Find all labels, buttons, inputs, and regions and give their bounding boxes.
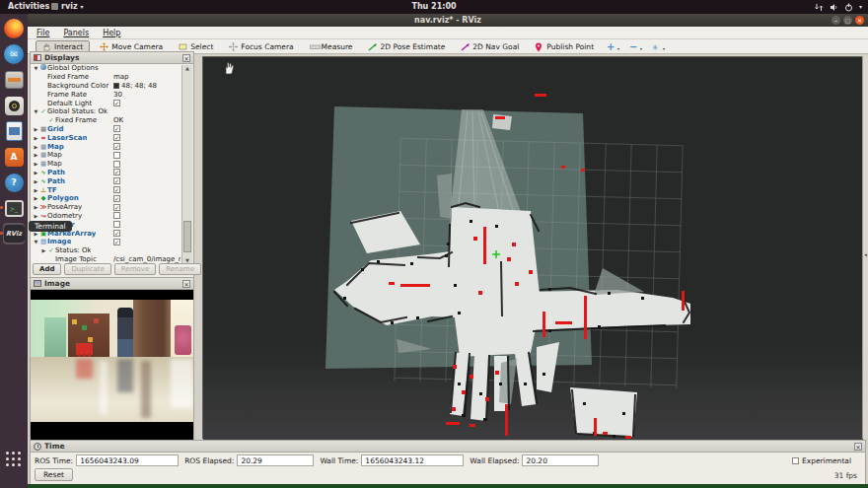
- row-checkbox[interactable]: ✓: [113, 186, 120, 193]
- tree-row-odometry[interactable]: ▶↝Odometry: [31, 212, 182, 221]
- tree-row-frame-rate[interactable]: Frame Rate30: [31, 90, 182, 99]
- expander-icon[interactable]: ▼: [33, 65, 39, 71]
- system-tray[interactable]: ▾: [815, 1, 862, 13]
- reset-button[interactable]: Reset: [35, 468, 73, 481]
- maximize-button[interactable]: ▢: [843, 16, 852, 25]
- tree-row-status-ok[interactable]: ▶✓Status: Ok: [31, 246, 182, 255]
- row-checkbox[interactable]: ✓: [113, 204, 120, 211]
- expander-icon[interactable]: ▶: [33, 161, 39, 167]
- field-input[interactable]: 1656043243.12: [361, 454, 464, 466]
- experimental-checkbox[interactable]: [792, 457, 799, 464]
- tree-row-map[interactable]: ▶▦Map: [31, 151, 182, 160]
- expander-icon[interactable]: ▶: [33, 187, 39, 193]
- tree-row-path[interactable]: ▶∿Path✓: [31, 169, 182, 177]
- dock-libreoffice-writer-icon[interactable]: [3, 120, 25, 142]
- row-checkbox[interactable]: ✓: [113, 230, 120, 237]
- dock-camera-app-icon[interactable]: [3, 95, 25, 116]
- time-panel-header[interactable]: Time ✕: [31, 441, 865, 453]
- expander-icon[interactable]: ▶: [33, 135, 39, 141]
- tree-row-tf[interactable]: ▶⊥TF✓: [31, 185, 182, 194]
- expander-icon[interactable]: ▶: [33, 144, 39, 150]
- displays-panel-header[interactable]: Displays ✕: [31, 52, 193, 64]
- tree-row-laserscan[interactable]: ▶≈LaserScan✓: [31, 133, 182, 142]
- experimental-toggle[interactable]: Experimental: [792, 456, 851, 465]
- row-checkbox[interactable]: [113, 161, 120, 168]
- row-checkbox[interactable]: ✓: [113, 143, 120, 150]
- tree-row-global-options[interactable]: ▼Global Options: [31, 64, 182, 73]
- dock-firefox-icon[interactable]: [3, 18, 25, 39]
- image-panel-header[interactable]: Image ✕: [31, 278, 193, 290]
- tool-plus[interactable]: +▾: [604, 40, 622, 52]
- expander-icon[interactable]: ▼: [33, 239, 39, 244]
- time-field-ros-time-: ROS Time:1656043243.09: [35, 454, 179, 466]
- tool-2d-pose-estimate[interactable]: 2D Pose Estimate: [362, 40, 451, 52]
- dock-files-icon[interactable]: [3, 69, 25, 91]
- expander-icon[interactable]: ▶: [33, 126, 39, 132]
- tool-tool-props[interactable]: ✳▾: [649, 40, 668, 52]
- tree-row-fixed-frame[interactable]: Fixed Framemap: [31, 73, 182, 82]
- row-checkbox[interactable]: [113, 212, 120, 219]
- render-view-3d[interactable]: [202, 56, 862, 439]
- expander-icon[interactable]: ▶: [33, 170, 39, 175]
- tree-row-map[interactable]: ▶▦Map: [31, 160, 182, 169]
- tree-row-path[interactable]: ▶∿Path✓: [31, 176, 182, 185]
- remove-button[interactable]: Remove: [114, 263, 156, 275]
- row-checkbox[interactable]: ✓: [113, 125, 120, 132]
- field-input[interactable]: 20.20: [522, 454, 599, 466]
- tool-publish-point[interactable]: Publish Point: [529, 40, 600, 52]
- tree-row-grid[interactable]: ▶▦Grid✓: [31, 125, 182, 134]
- row-checkbox[interactable]: ✓: [113, 100, 120, 106]
- displays-scrollbar[interactable]: ▲▼: [181, 65, 192, 263]
- tree-row-image[interactable]: ▼▨Image✓: [31, 238, 182, 246]
- dock-thunderbird-icon[interactable]: ✉: [3, 43, 25, 65]
- row-checkbox[interactable]: ✓: [113, 177, 120, 184]
- title-bar[interactable]: nav.rviz* - RViz – ▢ ✕: [28, 14, 868, 27]
- tree-row-polygon[interactable]: ▶◆Polygon✓: [31, 194, 182, 203]
- close-icon[interactable]: ✕: [182, 54, 190, 62]
- rename-button[interactable]: Rename: [159, 263, 201, 275]
- tree-row-default-light[interactable]: Default Light✓: [31, 99, 182, 107]
- duplicate-button[interactable]: Duplicate: [64, 263, 110, 275]
- row-checkbox[interactable]: ✓: [113, 239, 120, 245]
- row-checkbox[interactable]: [113, 152, 120, 159]
- dock-resize-handle[interactable]: ◂: [862, 56, 868, 439]
- tree-row-posearray[interactable]: ▶≫PoseArray✓: [31, 203, 182, 212]
- menu-help[interactable]: Help: [103, 29, 120, 37]
- tool-2d-nav-goal[interactable]: 2D Nav Goal: [455, 40, 525, 52]
- show-apps-button[interactable]: [4, 450, 24, 469]
- field-input[interactable]: 20.29: [237, 454, 314, 466]
- expander-icon[interactable]: ▶: [33, 204, 39, 210]
- add-button[interactable]: Add: [33, 263, 61, 275]
- dock-terminal-icon[interactable]: >_: [3, 197, 25, 219]
- expander-icon[interactable]: ▶: [40, 247, 47, 253]
- tool-measure[interactable]: Measure: [304, 40, 359, 52]
- tree-row-background-color[interactable]: Background Color48; 48; 48: [31, 82, 182, 91]
- row-checkbox[interactable]: [113, 221, 120, 228]
- expander-icon[interactable]: ▶: [33, 213, 39, 219]
- clock[interactable]: Thu 21:00: [0, 2, 868, 11]
- dock-rviz-icon[interactable]: RViz: [3, 223, 25, 244]
- expander-icon[interactable]: ▶: [33, 178, 39, 184]
- expander-icon[interactable]: ▼: [33, 108, 39, 114]
- tree-row-image-topic[interactable]: Image Topic/csi_cam_0/image_raw: [31, 255, 182, 263]
- expander-icon[interactable]: ▶: [33, 152, 39, 158]
- row-checkbox[interactable]: ✓: [113, 169, 120, 175]
- menu-file[interactable]: File: [36, 29, 49, 37]
- close-icon[interactable]: ✕: [182, 280, 190, 288]
- expander-icon[interactable]: ▶: [33, 195, 39, 201]
- scrollbar-thumb[interactable]: [183, 221, 191, 252]
- row-checkbox[interactable]: ✓: [113, 195, 120, 202]
- close-button[interactable]: ✕: [855, 16, 864, 25]
- close-icon[interactable]: ✕: [854, 443, 862, 451]
- tree-row-global-status-ok[interactable]: ▼✓Global Status: Ok: [31, 107, 182, 116]
- tree-row-map[interactable]: ▶▦Map✓: [31, 142, 182, 151]
- tool-minus[interactable]: −▾: [626, 40, 645, 52]
- tool-focus-camera[interactable]: Focus Camera: [223, 40, 299, 52]
- tree-row-fixed-frame[interactable]: ✓Fixed FrameOK: [31, 116, 182, 125]
- row-checkbox[interactable]: ✓: [113, 134, 120, 141]
- minimize-button[interactable]: –: [832, 16, 840, 25]
- field-input[interactable]: 1656043243.09: [76, 454, 179, 466]
- menu-panels[interactable]: Panels: [63, 29, 89, 37]
- dock-help-icon[interactable]: ?: [3, 172, 25, 193]
- dock-ubuntu-software-icon[interactable]: A: [3, 146, 25, 168]
